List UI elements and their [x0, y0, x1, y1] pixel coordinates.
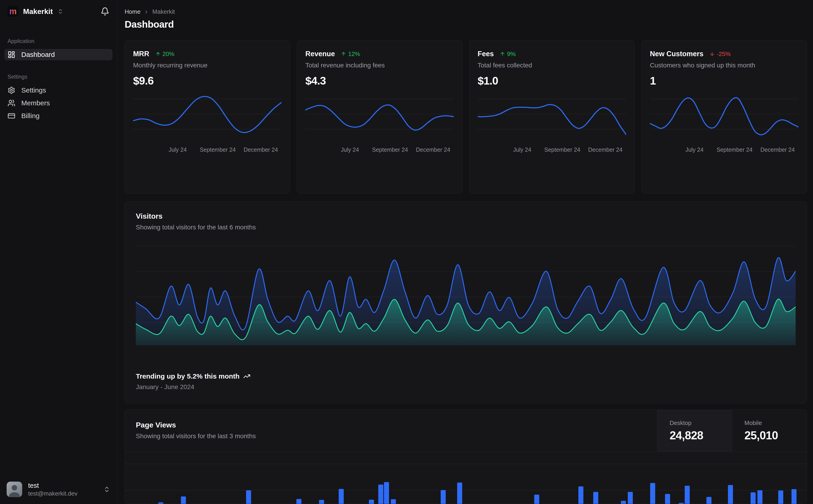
x-tick: July 24: [168, 146, 186, 153]
sidebar-item-label: Members: [21, 99, 50, 107]
credit-card-icon: [8, 112, 15, 120]
x-tick: September 24: [544, 146, 580, 153]
card-value: $9.6: [133, 74, 282, 87]
visitors-trend-text: Trending up by 5.2% this month: [136, 372, 240, 380]
card-subtitle: Total revenue including fees: [305, 62, 454, 69]
mrr-sparkline-chart[interactable]: [133, 90, 282, 139]
sidebar-item-members[interactable]: Members: [4, 97, 112, 109]
app-root: m Makerkit Application Dashboard Setting…: [0, 0, 813, 504]
trend-badge: 9%: [500, 50, 516, 58]
card-title: New Customers: [650, 50, 704, 58]
page-views-bar-chart[interactable]: [125, 452, 807, 504]
arrow-down-icon: [709, 51, 715, 57]
card-value: 1: [650, 74, 798, 87]
breadcrumb-current: Makerkit: [152, 8, 175, 15]
user-meta: test test@makerkit.dev: [28, 481, 77, 497]
visitors-title: Visitors: [136, 212, 796, 220]
visitors-subtitle: Showing total visitors for the last 6 mo…: [136, 224, 796, 231]
person-silhouette-icon: [7, 482, 22, 497]
x-axis-ticks: July 24 September 24 December 24: [650, 146, 798, 153]
logo-letter: m: [9, 7, 17, 16]
stat-card-new-customers: New Customers -25% Customers who signed …: [642, 40, 807, 194]
trend-badge: 20%: [155, 50, 174, 58]
visitors-period-text: January - June 2024: [136, 383, 796, 391]
trend-value: -25%: [717, 50, 731, 58]
notifications-bell-icon[interactable]: [101, 7, 109, 16]
stat-card-mrr: MRR 20% Monthly recurring revenue $9.6 J…: [125, 40, 290, 194]
card-title: MRR: [133, 50, 149, 58]
page-views-title: Page Views: [136, 421, 646, 429]
sidebar-item-dashboard[interactable]: Dashboard: [4, 49, 112, 60]
nav-group-settings: Settings: [8, 74, 109, 80]
trend-badge: -25%: [709, 50, 731, 58]
x-axis-ticks: July 24 September 24 December 24: [478, 146, 626, 153]
visitors-footer: Trending up by 5.2% this month January -…: [136, 372, 796, 391]
arrow-up-icon: [155, 51, 161, 57]
x-tick: September 24: [200, 146, 236, 153]
trend-badge: 12%: [341, 50, 360, 58]
x-tick: December 24: [588, 146, 623, 153]
trend-value: 12%: [348, 50, 360, 58]
page-views-subtitle: Showing total visitors for the last 3 mo…: [136, 432, 646, 440]
page-views-panel: Page Views Showing total visitors for th…: [125, 410, 807, 504]
toggle-mobile[interactable]: Mobile 25,010: [732, 410, 807, 452]
makerkit-logo: m: [8, 6, 19, 17]
dashboard-icon: [8, 51, 15, 58]
card-value: $1.0: [478, 74, 626, 87]
card-title: Fees: [478, 50, 494, 58]
main-content: Home Makerkit Dashboard MRR 20% Monthly …: [117, 0, 813, 504]
visitors-panel: Visitors Showing total visitors for the …: [125, 202, 807, 403]
page-views-header: Page Views Showing total visitors for th…: [125, 410, 807, 452]
fees-sparkline-chart[interactable]: [478, 90, 626, 139]
new-customers-sparkline-chart[interactable]: [650, 90, 798, 139]
users-icon: [8, 99, 15, 107]
sidebar: m Makerkit Application Dashboard Setting…: [0, 0, 117, 504]
revenue-sparkline-chart[interactable]: [305, 90, 454, 139]
user-name: test: [28, 481, 77, 490]
card-subtitle: Monthly recurring revenue: [133, 62, 282, 69]
x-tick: July 24: [341, 146, 359, 153]
toggle-label: Mobile: [744, 419, 794, 427]
user-menu[interactable]: test test@makerkit.dev: [4, 481, 112, 497]
sidebar-item-label: Billing: [21, 112, 40, 120]
card-value: $4.3: [305, 74, 454, 87]
page-title: Dashboard: [125, 19, 807, 30]
sidebar-item-label: Dashboard: [21, 51, 55, 58]
x-tick: July 24: [513, 146, 531, 153]
trend-value: 9%: [507, 50, 516, 58]
visitors-area-chart[interactable]: [136, 241, 796, 345]
x-tick: December 24: [416, 146, 450, 153]
workspace-name[interactable]: Makerkit: [23, 7, 53, 16]
x-axis-ticks: July 24 September 24 December 24: [133, 146, 282, 153]
stat-card-revenue: Revenue 12% Total revenue including fees…: [297, 40, 462, 194]
trend-value: 20%: [162, 50, 174, 58]
stat-cards-row: MRR 20% Monthly recurring revenue $9.6 J…: [125, 40, 807, 194]
toggle-value: 24,828: [670, 429, 720, 442]
toggle-label: Desktop: [670, 419, 720, 427]
chevrons-up-down-icon[interactable]: [103, 486, 110, 493]
chevrons-up-down-icon[interactable]: [57, 8, 63, 14]
x-tick: July 24: [685, 146, 704, 153]
gear-icon: [8, 86, 15, 94]
arrow-up-icon: [341, 51, 346, 57]
x-tick: December 24: [244, 146, 278, 153]
arrow-up-icon: [500, 51, 505, 57]
user-avatar: [7, 482, 22, 497]
workspace-selector[interactable]: m Makerkit: [4, 6, 112, 17]
breadcrumb-home[interactable]: Home: [125, 8, 140, 15]
sidebar-item-billing[interactable]: Billing: [4, 110, 112, 122]
x-tick: December 24: [760, 146, 795, 153]
chevron-right-icon: [144, 9, 149, 15]
toggle-desktop[interactable]: Desktop 24,828: [657, 410, 732, 452]
sidebar-item-label: Settings: [21, 86, 46, 94]
breadcrumb: Home Makerkit: [125, 8, 807, 15]
x-axis-ticks: July 24 September 24 December 24: [305, 146, 454, 153]
trending-up-icon: [243, 373, 251, 380]
card-title: Revenue: [305, 50, 335, 58]
x-tick: September 24: [717, 146, 752, 153]
toggle-value: 25,010: [744, 429, 794, 442]
stat-card-fees: Fees 9% Total fees collected $1.0 July 2…: [469, 40, 635, 194]
card-subtitle: Customers who signed up this month: [650, 62, 798, 69]
sidebar-item-settings[interactable]: Settings: [4, 85, 112, 96]
card-subtitle: Total fees collected: [478, 62, 626, 69]
